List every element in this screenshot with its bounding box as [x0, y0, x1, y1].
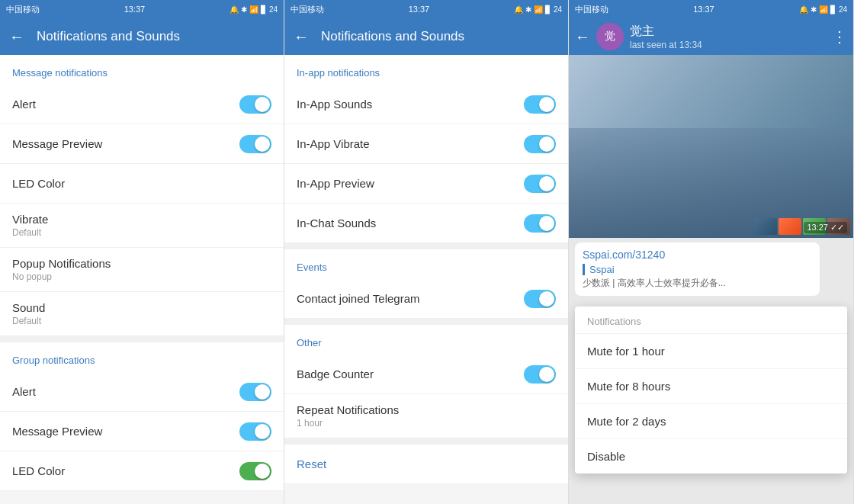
- events-header: Events: [284, 249, 568, 279]
- mute-8-hours[interactable]: Mute for 8 hours: [575, 369, 847, 404]
- vibrate-sublabel: Default: [12, 227, 48, 238]
- panel1-title: Notifications and Sounds: [37, 29, 180, 44]
- reset-item[interactable]: Reset: [284, 445, 568, 484]
- popup-label: Popup Notifications: [12, 257, 111, 270]
- section-divider-1: [0, 336, 284, 342]
- alert-label: Alert: [12, 98, 36, 111]
- panel3-bluetooth-icon: ✱: [811, 5, 817, 14]
- in-app-sounds-toggle[interactable]: [524, 95, 556, 114]
- sound-item[interactable]: Sound Default: [0, 292, 284, 336]
- panel2-wifi-icon: 📶: [534, 5, 543, 14]
- message-preview-label: Message Preview: [12, 137, 102, 150]
- panel2-notifications: 中国移动 13:37 🔔 ✱ 📶 ▊ 24 ← Notifications an…: [284, 0, 569, 504]
- sound-label: Sound: [12, 301, 45, 314]
- panel1-notifications: 中国移动 13:37 🔔 ✱ 📶 ▊ 24 ← Notifications an…: [0, 0, 284, 504]
- repeat-notifications-sublabel: 1 hour: [297, 418, 399, 429]
- in-app-sounds-item: In-App Sounds: [284, 85, 568, 124]
- chat-status: last seen at 13:34: [630, 40, 826, 50]
- in-app-vibrate-toggle[interactable]: [524, 135, 556, 153]
- panel1-app-header: ← Notifications and Sounds: [0, 18, 284, 55]
- notifications-dropdown: Notifications Mute for 1 hour Mute for 8…: [575, 307, 847, 474]
- mute-1-hour[interactable]: Mute for 1 hour: [575, 334, 847, 369]
- chat-message-area: Sspai.com/31240 Sspai 少数派 | 高效率人士效率提升必备.…: [569, 238, 853, 307]
- popup-notifications-item[interactable]: Popup Notifications No popup: [0, 248, 284, 292]
- group-notifications-header: Group notifications: [0, 342, 284, 372]
- message-notifications-section: Message notifications Alert Message Prev…: [0, 55, 284, 336]
- group-message-preview-toggle[interactable]: [239, 422, 271, 441]
- panel1-back-button[interactable]: ←: [9, 28, 24, 46]
- panel1-time: 13:37: [124, 5, 146, 14]
- vibrate-label: Vibrate: [12, 213, 48, 226]
- message-link[interactable]: Sspai.com/31240: [583, 249, 812, 261]
- chat-avatar: 觉: [596, 23, 624, 50]
- chat-back-button[interactable]: ←: [575, 28, 590, 46]
- alert-item: Alert: [0, 85, 284, 124]
- alarm-icon: 🔔: [230, 5, 239, 14]
- chat-image: 13:27 ✓✓: [569, 55, 853, 238]
- in-app-section: In-app notifications In-App Sounds In-Ap…: [284, 55, 568, 243]
- sound-sublabel: Default: [12, 316, 45, 326]
- events-section: Events Contact joined Telegram: [284, 249, 568, 319]
- message-notifications-header: Message notifications: [0, 55, 284, 85]
- image-timestamp: 13:27 ✓✓: [804, 222, 847, 233]
- group-led-color-item: LED Color: [0, 451, 284, 491]
- other-section: Other Badge Counter Repeat Notifications…: [284, 325, 568, 438]
- disable-notifications[interactable]: Disable: [575, 439, 847, 474]
- panel3-carrier: 中国移动: [575, 4, 608, 15]
- mute-2-days[interactable]: Mute for 2 days: [575, 404, 847, 439]
- panel2-bluetooth-icon: ✱: [525, 5, 531, 14]
- group-led-toggle[interactable]: [239, 462, 271, 480]
- group-alert-label: Alert: [12, 385, 36, 398]
- contact-joined-toggle[interactable]: [524, 290, 556, 308]
- message-preview-item: Message Preview: [0, 124, 284, 164]
- in-app-vibrate-label: In-App Vibrate: [297, 137, 370, 150]
- panel2-status-bar: 中国移动 13:37 🔔 ✱ 📶 ▊ 24: [284, 0, 568, 18]
- alert-toggle[interactable]: [239, 95, 271, 114]
- dropdown-header: Notifications: [575, 307, 847, 334]
- panel1-status-icons: 🔔 ✱ 📶 ▊ 24: [230, 5, 278, 14]
- reset-label: Reset: [297, 457, 326, 470]
- message-preview-toggle[interactable]: [239, 135, 271, 153]
- led-color-item[interactable]: LED Color: [0, 164, 284, 204]
- panel1-carrier: 中国移动: [6, 4, 40, 15]
- panel2-signal-icon: ▊: [545, 5, 551, 14]
- panel1-settings-content: Message notifications Alert Message Prev…: [0, 55, 284, 504]
- group-alert-toggle[interactable]: [239, 383, 271, 401]
- group-message-preview-label: Message Preview: [12, 425, 102, 438]
- panel2-divider-2: [284, 319, 568, 325]
- in-app-vibrate-item: In-App Vibrate: [284, 124, 568, 164]
- in-app-header: In-app notifications: [284, 55, 568, 85]
- panel2-back-button[interactable]: ←: [294, 28, 309, 46]
- panel3-chat: 中国移动 13:37 🔔 ✱ 📶 ▊ 24 ← 觉 觉主 last seen a…: [569, 0, 854, 504]
- chat-more-button[interactable]: ⋮: [832, 27, 847, 46]
- bluetooth-icon: ✱: [241, 5, 247, 14]
- thumb1: [754, 218, 777, 235]
- in-app-preview-toggle[interactable]: [524, 175, 556, 193]
- in-app-preview-label: In-App Preview: [297, 177, 374, 190]
- repeat-notifications-label: Repeat Notifications: [297, 403, 399, 416]
- panel2-time: 13:37: [409, 5, 430, 14]
- message-bubble: Sspai.com/31240 Sspai 少数派 | 高效率人士效率提升必备.…: [575, 242, 820, 296]
- message-source: Sspai: [583, 264, 812, 275]
- panel2-settings-content: In-app notifications In-App Sounds In-Ap…: [284, 55, 568, 504]
- vibrate-item[interactable]: Vibrate Default: [0, 204, 284, 248]
- panel1-status-bar: 中国移动 13:37 🔔 ✱ 📶 ▊ 24: [0, 0, 284, 18]
- wifi-icon: 📶: [249, 5, 258, 14]
- badge-counter-toggle[interactable]: [524, 365, 556, 384]
- in-chat-sounds-toggle[interactable]: [524, 214, 556, 233]
- group-led-label: LED Color: [12, 464, 65, 477]
- group-message-preview-item: Message Preview: [0, 412, 284, 451]
- popup-sublabel: No popup: [12, 271, 111, 282]
- in-app-preview-item: In-App Preview: [284, 164, 568, 204]
- repeat-notifications-item[interactable]: Repeat Notifications 1 hour: [284, 394, 568, 438]
- battery-display: 24: [269, 5, 278, 14]
- thumb2: [779, 218, 801, 235]
- panel3-signal-icon: ▊: [830, 5, 836, 14]
- panel3-status-icons: 🔔 ✱ 📶 ▊ 24: [799, 5, 847, 14]
- contact-joined-item: Contact joined Telegram: [284, 279, 568, 319]
- in-chat-sounds-label: In-Chat Sounds: [297, 217, 376, 230]
- panel2-divider-3: [284, 438, 568, 445]
- panel3-status-bar: 中国移动 13:37 🔔 ✱ 📶 ▊ 24: [569, 0, 853, 18]
- panel3-wifi-icon: 📶: [819, 5, 828, 14]
- in-app-sounds-label: In-App Sounds: [297, 98, 372, 111]
